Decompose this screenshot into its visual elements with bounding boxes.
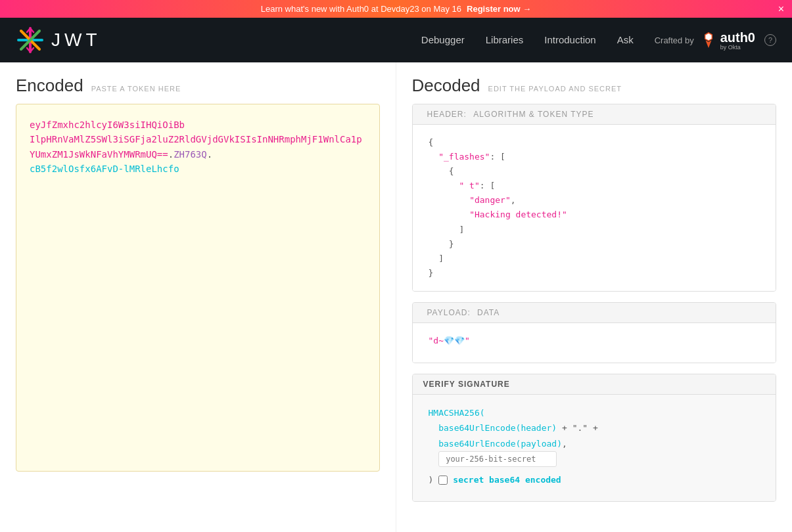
logo-text: JWT [51,30,101,51]
verify-line2: base64UrlEncode(header) + "." + [438,423,598,433]
crafted-by: Crafted by auth0 by Okta ? [655,30,776,51]
base64-label: secret base64 encoded [453,472,561,487]
by-okta-text: by Okta [720,44,755,51]
header-t-key: " t" [459,181,479,190]
header-flashes-key: "_flashes" [438,152,490,162]
banner-close-button[interactable]: × [778,3,784,15]
jwt-logo-icon [16,26,45,55]
banner-link[interactable]: Register now → [467,4,531,14]
announcement-banner: Learn what's new with Auth0 at Devday23 … [0,0,792,18]
nav-item-ask[interactable]: Ask [617,34,634,46]
auth0-logo: auth0 by Okta [699,30,755,51]
header-section: HEADER: ALGORITHM & TOKEN TYPE { "_flash… [412,104,777,292]
nav-item-introduction[interactable]: Introduction [544,34,595,46]
encoded-token-display: eyJfZmxhc2hlcyI6W3siIHQiOiBbIlpHRnVaMlZ5… [16,104,380,472]
base64-checkbox[interactable] [438,476,448,485]
auth0-icon [699,31,718,49]
verify-header: VERIFY SIGNATURE [413,374,776,395]
verify-content: HMACSHA256( base64UrlEncode(header) + ".… [413,395,776,501]
verify-hmac-fn: HMACSHA256( [429,408,485,418]
nav-item-libraries[interactable]: Libraries [486,34,524,46]
encoded-heading: Encoded [16,76,83,96]
verify-signature-section: VERIFY SIGNATURE HMACSHA256( base64UrlEn… [412,374,777,502]
header-json-open: { [429,137,434,147]
decoded-panel-title: Decoded EDIT THE PAYLOAD AND SECRET [412,76,777,96]
auth0-wordmark: auth0 [720,30,755,45]
main-content: Encoded PASTE A TOKEN HERE eyJfZmxhc2hlc… [0,62,792,532]
encoded-panel-title: Encoded PASTE A TOKEN HERE [16,76,380,96]
header-section-header: HEADER: ALGORITHM & TOKEN TYPE [413,104,776,125]
payload-section: PAYLOAD: DATA "d~💎💎" [412,302,777,363]
header-hacking-val: "Hacking detected!" [469,210,567,219]
banner-text: Learn what's new with Auth0 at Devday23 … [261,4,461,14]
decoded-panel: Decoded EDIT THE PAYLOAD AND SECRET HEAD… [396,62,793,532]
header-danger-val: "danger" [469,195,511,205]
header-json-close: } [429,268,434,278]
payload-label: PAYLOAD: [427,308,471,317]
verify-line3: base64UrlEncode(payload), [438,439,567,449]
payload-value: "d~💎💎" [429,336,470,345]
help-icon[interactable]: ? [764,34,776,46]
main-nav: JWT Debugger Libraries Introduction Ask … [0,18,792,62]
header-content: { "_flashes": [ { " t": [ "danger", "Hac… [413,125,776,291]
nav-item-debugger[interactable]: Debugger [421,34,465,46]
nav-links: Debugger Libraries Introduction Ask [421,34,634,46]
payload-section-header: PAYLOAD: DATA [413,303,776,323]
header-label: HEADER: [427,110,467,119]
verify-close-paren: ) [429,472,434,487]
crafted-by-label: Crafted by [655,35,694,45]
logo: JWT [16,26,101,55]
secret-input[interactable] [438,451,557,467]
encoded-panel: Encoded PASTE A TOKEN HERE eyJfZmxhc2hlc… [0,62,396,532]
decoded-heading: Decoded [412,76,480,96]
payload-content: "d~💎💎" [413,323,776,363]
encoded-subtitle: PASTE A TOKEN HERE [91,85,181,93]
decoded-subtitle: EDIT THE PAYLOAD AND SECRET [488,85,622,93]
payload-sub: DATA [477,308,500,317]
header-sub: ALGORITHM & TOKEN TYPE [473,110,594,119]
verify-footer: ) secret base64 encoded [429,467,760,490]
